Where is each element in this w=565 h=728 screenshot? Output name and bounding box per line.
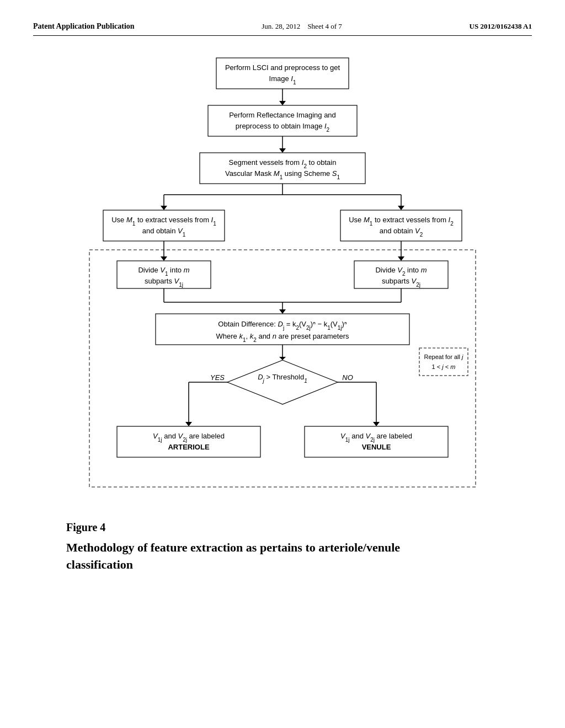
svg-rect-60: [117, 426, 260, 457]
svg-rect-0: [216, 58, 349, 89]
figure-number: Figure 4: [66, 521, 532, 534]
svg-text:VENULE: VENULE: [362, 443, 391, 451]
svg-text:Perform LSCI and preprocess to: Perform LSCI and preprocess to get: [225, 63, 340, 72]
svg-marker-16: [161, 206, 167, 210]
svg-text:Repeat for all j: Repeat for all j: [424, 354, 463, 360]
header-sheet: Sheet 4 of 7: [307, 22, 342, 30]
svg-marker-41: [279, 309, 286, 314]
svg-marker-9: [279, 148, 286, 153]
svg-rect-22: [340, 210, 462, 241]
svg-rect-5: [208, 105, 357, 136]
svg-text:1 < j < m: 1 < j < m: [432, 363, 456, 370]
svg-marker-49: [279, 357, 286, 360]
svg-marker-18: [398, 206, 404, 210]
header-date-sheet: Jun. 28, 2012 Sheet 4 of 7: [262, 22, 342, 31]
svg-marker-29: [398, 256, 404, 261]
svg-text:NO: NO: [342, 373, 353, 382]
svg-marker-4: [279, 101, 286, 105]
header-patent-number: US 2012/0162438 A1: [470, 22, 532, 31]
svg-text:YES: YES: [210, 373, 225, 382]
figure-description: Methodology of feature extraction as per…: [66, 539, 441, 574]
header-date: Jun. 28, 2012: [262, 22, 300, 30]
svg-text:Perform Reflectance Imaging an: Perform Reflectance Imaging and: [229, 111, 336, 119]
svg-marker-56: [185, 422, 192, 426]
svg-marker-50: [227, 360, 338, 404]
page: Patent Application Publication Jun. 28, …: [0, 0, 565, 728]
svg-rect-63: [305, 426, 448, 457]
page-header: Patent Application Publication Jun. 28, …: [33, 22, 532, 36]
svg-text:ARTERIOLE: ARTERIOLE: [168, 443, 209, 451]
header-publication-label: Patent Application Publication: [33, 22, 135, 31]
svg-rect-19: [103, 210, 225, 241]
svg-marker-27: [161, 256, 167, 261]
svg-rect-45: [419, 348, 468, 376]
flowchart-diagram: Perform LSCI and preprocess to get Image…: [67, 52, 498, 505]
svg-marker-59: [373, 422, 380, 426]
